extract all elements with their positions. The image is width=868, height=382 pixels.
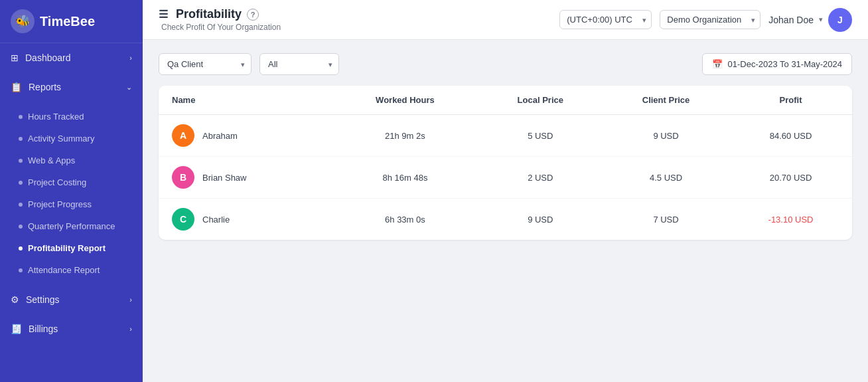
type-filter-wrapper: AllFixedHourly (259, 53, 339, 75)
cell-name: B Brian Shaw (159, 157, 332, 199)
dot-icon (19, 115, 23, 119)
activity-summary-label: Activity Summary (28, 134, 94, 143)
project-costing-label: Project Costing (28, 177, 86, 187)
settings-icon: ⚙ (11, 294, 19, 305)
hamburger-icon[interactable]: ☰ (159, 8, 168, 21)
org-select[interactable]: Demo Organization (660, 10, 760, 29)
dot-icon (19, 181, 23, 185)
billings-icon: 🧾 (11, 324, 22, 334)
web-apps-label: Web & Apps (28, 155, 75, 165)
calendar-icon: 📅 (712, 59, 723, 69)
table-header-row: Name Worked Hours Local Price Client Pri… (159, 86, 852, 115)
col-profit: Profit (729, 86, 852, 115)
avatar: J (828, 8, 852, 32)
page-title: Profitability (176, 7, 242, 21)
profitability-report-label: Profitability Report (28, 243, 106, 253)
dot-icon (19, 268, 23, 272)
sidebar-item-quarterly-performance[interactable]: Quarterly Performance (0, 215, 143, 237)
cell-profit: -13.10 USD (729, 199, 852, 240)
col-local-price: Local Price (478, 86, 603, 115)
date-range-text: 01-Dec-2023 To 31-May-2024 (728, 59, 842, 69)
sidebar-item-web-apps[interactable]: Web & Apps (0, 149, 143, 171)
chevron-down-icon: ▾ (819, 15, 823, 24)
sidebar-item-project-progress[interactable]: Project Progress (0, 193, 143, 215)
cell-client-price: 4.5 USD (603, 157, 729, 199)
sidebar-item-billings[interactable]: 🧾 Billings › (0, 314, 143, 343)
cell-client-price: 7 USD (603, 199, 729, 240)
cell-local-price: 9 USD (478, 199, 603, 240)
cell-worked-hours: 21h 9m 2s (332, 115, 478, 157)
employee-name: Brian Shaw (202, 173, 246, 183)
reports-sub-menu: Hours Tracked Activity Summary Web & App… (0, 102, 143, 285)
col-name: Name (159, 86, 332, 115)
chevron-right-icon: › (129, 54, 132, 62)
sidebar-item-reports[interactable]: 📋 Reports ⌄ (0, 72, 143, 102)
main-content: ☰ Profitability ? Check Profit Of Your O… (143, 0, 868, 382)
chevron-right-icon: › (129, 325, 132, 333)
timezone-wrapper: (UTC+0:00) UTC (559, 10, 652, 29)
col-worked-hours: Worked Hours (332, 86, 478, 115)
sidebar-item-hours-tracked[interactable]: Hours Tracked (0, 106, 143, 128)
dot-icon (19, 203, 23, 207)
employee-name: Abraham (202, 131, 238, 141)
sidebar-label-reports: Reports (29, 82, 61, 92)
cell-name: A Abraham (159, 115, 332, 157)
table-row: A Abraham 21h 9m 2s 5 USD 9 USD 84.60 US… (159, 115, 852, 157)
header-right: (UTC+0:00) UTC Demo Organization Johan D… (559, 8, 852, 32)
grid-icon: ⊞ (11, 52, 19, 63)
col-client-price: Client Price (603, 86, 729, 115)
project-progress-label: Project Progress (28, 199, 92, 209)
sidebar-item-activity-summary[interactable]: Activity Summary (0, 128, 143, 149)
filter-bar: Qa ClientAll Clients AllFixedHourly 📅 01… (159, 53, 852, 75)
org-wrapper: Demo Organization (660, 10, 760, 29)
sidebar-label-billings: Billings (29, 324, 58, 334)
sidebar-item-dashboard[interactable]: ⊞ Dashboard › (0, 43, 143, 72)
cell-worked-hours: 6h 33m 0s (332, 199, 478, 240)
cell-profit: 84.60 USD (729, 115, 852, 157)
page-title-area: ☰ Profitability ? (159, 7, 281, 21)
dot-icon (19, 225, 23, 229)
profitability-table: Name Worked Hours Local Price Client Pri… (159, 86, 852, 240)
sidebar-item-attendance-report[interactable]: Attendance Report (0, 259, 143, 281)
cell-client-price: 9 USD (603, 115, 729, 157)
avatar: C (172, 208, 194, 231)
table-row: C Charlie 6h 33m 0s 9 USD 7 USD -13.10 U… (159, 199, 852, 240)
cell-worked-hours: 8h 16m 48s (332, 157, 478, 199)
cell-name: C Charlie (159, 199, 332, 240)
table-row: B Brian Shaw 8h 16m 48s 2 USD 4.5 USD 20… (159, 157, 852, 199)
logo-icon: 🐝 (11, 9, 35, 33)
profitability-table-container: Name Worked Hours Local Price Client Pri… (159, 86, 852, 240)
brand-name: TimeBee (40, 14, 95, 29)
avatar: A (172, 124, 194, 147)
user-name: Johan Doe (768, 15, 814, 25)
attendance-report-label: Attendance Report (28, 265, 100, 275)
quarterly-performance-label: Quarterly Performance (28, 221, 115, 231)
client-filter-select[interactable]: Qa ClientAll Clients (159, 53, 252, 75)
sidebar-item-project-costing[interactable]: Project Costing (0, 171, 143, 193)
cell-local-price: 5 USD (478, 115, 603, 157)
header-left: ☰ Profitability ? Check Profit Of Your O… (159, 7, 281, 32)
reports-icon: 📋 (11, 82, 22, 92)
dot-icon (19, 246, 23, 250)
type-filter-select[interactable]: AllFixedHourly (259, 53, 339, 75)
sidebar: 🐝 TimeBee ⊞ Dashboard › 📋 Reports ⌄ Hour… (0, 0, 143, 382)
filter-left: Qa ClientAll Clients AllFixedHourly (159, 53, 339, 75)
page-subtitle: Check Profit Of Your Organization (159, 23, 281, 32)
help-icon[interactable]: ? (247, 9, 259, 21)
chevron-right-icon: › (129, 296, 132, 304)
sidebar-label-dashboard: Dashboard (25, 52, 71, 63)
user-info[interactable]: Johan Doe ▾ J (768, 8, 852, 32)
sidebar-item-profitability-report[interactable]: Profitability Report (0, 237, 143, 259)
timezone-select[interactable]: (UTC+0:00) UTC (559, 10, 652, 29)
header: ☰ Profitability ? Check Profit Of Your O… (143, 0, 868, 40)
brand-logo[interactable]: 🐝 TimeBee (0, 0, 143, 43)
content-area: Qa ClientAll Clients AllFixedHourly 📅 01… (143, 40, 868, 382)
client-filter-wrapper: Qa ClientAll Clients (159, 53, 252, 75)
cell-local-price: 2 USD (478, 157, 603, 199)
sidebar-item-settings[interactable]: ⚙ Settings › (0, 285, 143, 314)
chevron-down-icon: ⌄ (126, 83, 132, 92)
dot-icon (19, 159, 23, 163)
hours-tracked-label: Hours Tracked (28, 112, 84, 122)
date-range-button[interactable]: 📅 01-Dec-2023 To 31-May-2024 (702, 53, 852, 75)
sidebar-label-settings: Settings (26, 294, 60, 305)
